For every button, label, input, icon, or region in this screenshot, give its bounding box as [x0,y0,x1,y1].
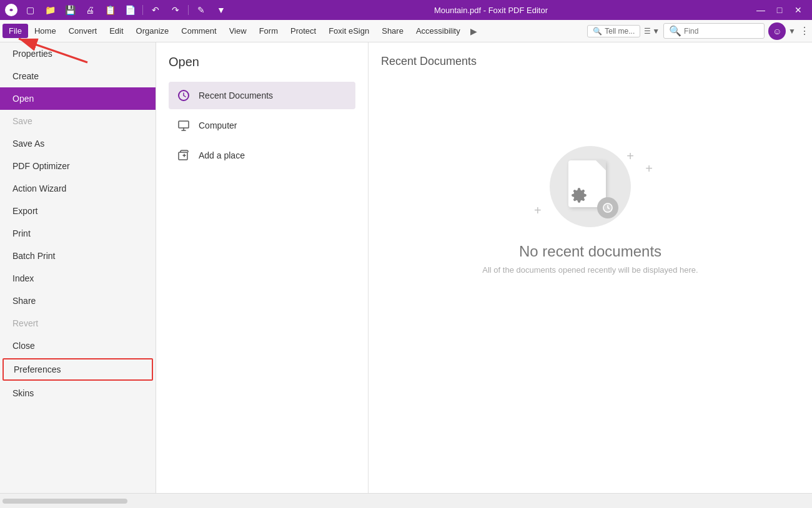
sidebar-item-batch-print[interactable]: Batch Print [0,245,156,267]
more-options-icon[interactable]: ⋮ [800,25,810,37]
plus-decoration-2: + [534,203,542,218]
sidebar-item-pdf-optimizer[interactable]: PDF Optimizer [0,155,156,177]
sidebar-item-index[interactable]: Index [0,267,156,290]
svg-rect-2 [179,121,189,128]
undo-button[interactable]: ↶ [147,2,164,17]
scrollbar-track [0,493,812,508]
open-button[interactable]: 📁 [41,2,59,17]
menu-view[interactable]: View [223,24,253,38]
plus-circle-icon [176,148,191,163]
open-option-computer[interactable]: Computer [169,112,355,139]
menu-convert[interactable]: Convert [62,24,104,38]
window-title: Mountain.pdf - Foxit PDF Editor [434,6,548,15]
separator [142,5,143,15]
no-docs-title: No recent documents [519,243,661,260]
search-icon: 🔍 [593,27,602,36]
sidebar-item-close[interactable]: Close [0,335,156,357]
close-button[interactable]: ✕ [790,2,807,17]
find-bar[interactable]: 🔍 [663,23,765,39]
save-button[interactable]: 💾 [61,2,79,17]
user-avatar[interactable]: ☺ [768,22,786,40]
computer-label: Computer [199,120,237,130]
sidebar-item-create[interactable]: Create [0,65,156,87]
sidebar-item-properties[interactable]: Properties [0,42,156,65]
tell-me-box[interactable]: 🔍 Tell me... [587,25,640,37]
clock-overlay-icon [597,197,618,218]
menu-edit[interactable]: Edit [103,24,129,38]
user-dropdown-icon[interactable]: ▼ [788,27,796,36]
paste-button[interactable]: 📄 [121,2,139,17]
dropdown-button[interactable]: ▼ [212,2,230,17]
plus-decoration-3: + [645,162,653,176]
no-docs-illustration: + + + [482,143,698,275]
sidebar-item-save: Save [0,110,156,132]
minimize-button[interactable]: — [752,2,770,17]
menu-file[interactable]: File [2,24,28,38]
menu-organize[interactable]: Organize [130,24,176,38]
monitor-icon [176,118,191,133]
redo-button[interactable]: ↷ [167,2,184,17]
recent-panel-title: Recent Documents [381,55,477,68]
open-panel-title: Open [169,55,355,69]
menu-form[interactable]: Form [253,24,284,38]
sort-icon: ☰ [644,27,651,36]
sidebar-item-revert: Revert [0,312,156,335]
sidebar-item-preferences[interactable]: Preferences [2,358,153,381]
content-area: Open Recent Documents [156,42,812,493]
maximize-button[interactable]: □ [771,2,788,17]
copy-button[interactable]: 📋 [101,2,119,17]
menu-home[interactable]: Home [28,24,62,38]
clock-icon [176,88,191,103]
menubar: File Home Convert Edit Organize Comment … [0,20,812,42]
add-place-label: Add a place [199,150,245,160]
recent-panel: Recent Documents + + + [369,42,812,493]
app-icon [5,4,17,16]
sort-dropdown-icon: ▼ [652,27,660,36]
sidebar-item-print[interactable]: Print [0,222,156,245]
find-icon: 🔍 [669,25,681,37]
new-button[interactable]: ▢ [21,2,39,17]
menu-accessibility[interactable]: Accessibility [410,24,467,38]
open-option-add-place[interactable]: Add a place [169,142,355,169]
gear-icon [571,187,587,203]
menubar-right: 🔍 Tell me... ☰ ▼ 🔍 ☺ ▼ ⋮ [587,22,810,40]
doc-file-wrapper [568,160,612,213]
svg-rect-3 [179,152,187,160]
menu-protect[interactable]: Protect [284,24,322,38]
plus-decoration-1: + [626,149,634,164]
open-panel: Open Recent Documents [156,42,369,493]
open-option-recent[interactable]: Recent Documents [169,82,355,109]
sidebar-item-save-as[interactable]: Save As [0,132,156,155]
menu-comment[interactable]: Comment [175,24,222,38]
toolbar: ▢ 📁 💾 🖨 📋 📄 ↶ ↷ ✎ ▼ [21,2,230,17]
separator2 [188,5,189,15]
find-input[interactable] [684,27,759,36]
sign-button[interactable]: ✎ [192,2,210,17]
menu-foxit-esign[interactable]: Foxit eSign [322,24,375,38]
sidebar-item-action-wizard[interactable]: Action Wizard [0,177,156,200]
sidebar-item-skins[interactable]: Skins [0,382,156,404]
titlebar-left: ▢ 📁 💾 🖨 📋 📄 ↶ ↷ ✎ ▼ [5,2,230,17]
sidebar: Properties Create Open Save Save As PDF … [0,42,156,493]
doc-circle [550,146,631,227]
no-docs-subtitle: All of the documents opened recently wil… [482,265,698,275]
tell-me-label: Tell me... [605,27,635,36]
doc-icon-wrapper: + + + [540,143,640,230]
sidebar-item-export[interactable]: Export [0,200,156,222]
recent-docs-label: Recent Documents [199,90,273,100]
titlebar: ▢ 📁 💾 🖨 📋 📄 ↶ ↷ ✎ ▼ Mountain.pdf - Foxit… [0,0,812,20]
scrollbar-thumb[interactable] [2,499,127,504]
expand-ribbon-button[interactable]: ▶ [467,24,482,39]
print-button[interactable]: 🖨 [81,2,99,17]
sidebar-item-share[interactable]: Share [0,290,156,312]
menu-share[interactable]: Share [375,24,410,38]
sidebar-item-open[interactable]: Open [0,87,156,110]
